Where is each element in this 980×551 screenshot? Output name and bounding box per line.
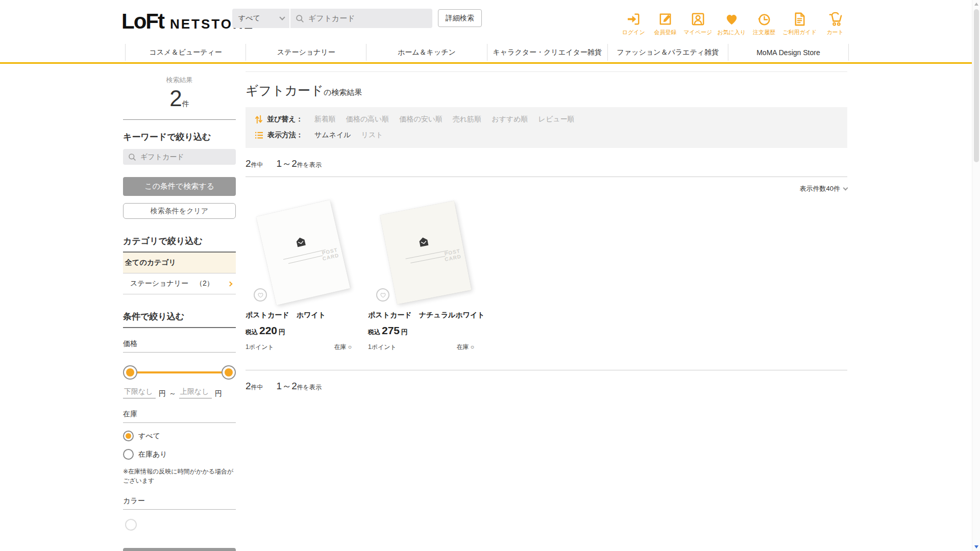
nav-item-stationery[interactable]: ステーショナリー <box>246 44 366 61</box>
result-label: 検索結果 <box>123 76 236 85</box>
cart-label: カート <box>826 29 844 36</box>
view-option-thumbnail[interactable]: サムネイル <box>314 131 351 140</box>
search-query: ギフトカード <box>308 14 355 23</box>
color-swatch-white[interactable] <box>125 519 137 531</box>
favorite-toggle-button[interactable] <box>376 288 389 302</box>
chevron-right-icon <box>228 281 233 286</box>
category-filter-heading: カテゴリで絞り込む <box>123 235 236 253</box>
count-total: 2 <box>246 158 251 169</box>
apply-filter-button-top[interactable]: この条件で検索する <box>123 177 236 196</box>
sort-option-newest[interactable]: 新着順 <box>314 115 336 124</box>
stock-status: 在庫 ○ <box>334 343 352 352</box>
cart-button[interactable]: カート <box>822 11 848 36</box>
product-image-white[interactable]: POST CARD <box>251 203 356 303</box>
sort-option-review[interactable]: レビュー順 <box>538 115 575 124</box>
login-button[interactable]: ログイン <box>620 11 647 36</box>
count-total-unit: 件中 <box>251 384 263 391</box>
category-all-row[interactable]: 全てのカテゴリ <box>123 253 236 273</box>
stock-option-instock[interactable]: 在庫あり <box>123 449 236 460</box>
product-meta: 1ポイント 在庫 ○ <box>368 343 474 352</box>
stock-option-all[interactable]: すべて <box>123 431 236 441</box>
price-slider-min-handle[interactable] <box>123 365 137 380</box>
count-range: 1～2 <box>277 381 297 391</box>
view-option-list[interactable]: リスト <box>361 131 383 140</box>
mypage-button[interactable]: マイページ <box>683 11 712 36</box>
advanced-search-button[interactable]: 詳細検索 <box>438 9 482 27</box>
header: LoFt NETSTORE すべて ギフトカード 詳細検索 ログイン 会員登録 <box>0 0 980 44</box>
nav-item-character[interactable]: キャラクター・クリエイター雑貨 <box>487 44 607 61</box>
product-price: 税込275円 <box>368 324 491 337</box>
price-input-row: 下限なし 円 ～ 上限なし 円 <box>123 386 236 398</box>
product-name[interactable]: ポストカード ナチュラルホワイト <box>368 311 491 320</box>
register-button[interactable]: 会員登録 <box>652 11 678 36</box>
filter-sidebar: 検索結果 2件 キーワードで絞り込む ギフトカード この条件で検索する 検索条件… <box>123 71 236 551</box>
stock-filter-label: 在庫 <box>123 410 236 423</box>
product-grid: POST CARD ポストカード ホワイト 税込220円 1ポイント 在庫 ○ <box>246 203 847 352</box>
radio-unselected-icon <box>123 449 134 460</box>
count-range-unit: 件を表示 <box>297 161 322 168</box>
guide-button[interactable]: ご利用ガイド <box>782 11 817 36</box>
view-mode-label: 表示方法： <box>255 131 303 140</box>
decorative-text-line <box>405 250 448 259</box>
cart-icon <box>827 11 843 27</box>
sort-option-recommended[interactable]: おすすめ順 <box>492 115 528 124</box>
favorite-toggle-button[interactable] <box>254 288 267 302</box>
price-min-field[interactable]: 下限なし <box>123 386 156 398</box>
pack-side-label: POST CARD <box>321 246 339 262</box>
price-value: 275 <box>382 324 400 336</box>
price-slider-max-handle[interactable] <box>222 365 236 380</box>
register-icon <box>657 11 673 27</box>
decorative-text-line <box>411 256 445 263</box>
search-category-select[interactable]: すべて <box>232 9 290 28</box>
tax-label: 税込 <box>368 329 380 336</box>
currency-label: 円 <box>279 328 285 336</box>
currency-label: 円 <box>401 328 408 336</box>
guide-label: ご利用ガイド <box>782 29 817 36</box>
nav-item-moma[interactable]: MoMA Design Store <box>728 44 849 61</box>
mypage-label: マイページ <box>683 29 712 36</box>
apply-filter-button-bottom[interactable]: この条件で検索する <box>123 548 236 551</box>
product-image-natural-white[interactable]: POST CARD <box>373 203 478 303</box>
category-stationery-row[interactable]: ステーショナリー （2） <box>123 273 236 294</box>
loft-netstore-page: LoFt NETSTORE すべて ギフトカード 詳細検索 ログイン 会員登録 <box>0 0 980 551</box>
count-range-unit: 件を表示 <box>297 384 322 391</box>
product-name[interactable]: ポストカード ホワイト <box>246 311 368 320</box>
price-range-slider <box>123 365 236 380</box>
price-max-field[interactable]: 上限なし <box>179 386 212 398</box>
keyword-filter-heading: キーワードで絞り込む <box>123 131 236 143</box>
header-searchbar: すべて ギフトカード <box>232 9 432 28</box>
heart-outline-icon <box>257 292 264 298</box>
pack-side-label: POST CARD <box>443 248 462 263</box>
sort-bar: 並び替え： 新着順 価格の高い順 価格の安い順 売れ筋順 おすすめ順 レビュー順… <box>246 107 847 148</box>
nav-item-cosme[interactable]: コスメ＆ビューティー <box>125 44 246 61</box>
header-icon-menu: ログイン 会員登録 マイページ お気に入り 注文履歴 ご利用ガイド <box>620 11 848 36</box>
count-total-unit: 件中 <box>251 161 263 168</box>
order-history-button[interactable]: 注文履歴 <box>751 11 777 36</box>
per-page-select[interactable]: 表示件数40件 <box>246 184 847 193</box>
scrollbar[interactable] <box>972 0 980 551</box>
nav-item-home-kitchen[interactable]: ホーム＆キッチン <box>366 44 486 61</box>
sort-option-bestseller[interactable]: 売れ筋順 <box>453 115 481 124</box>
stock-option-instock-label: 在庫あり <box>138 450 167 459</box>
sort-option-price-high[interactable]: 価格の高い順 <box>346 115 389 124</box>
per-page-value: 表示件数40件 <box>800 184 840 193</box>
heart-outline-icon <box>380 292 386 298</box>
favorites-button[interactable]: お気に入り <box>717 11 746 36</box>
scrollbar-up-arrow[interactable] <box>974 3 978 6</box>
register-label: 会員登録 <box>654 29 676 36</box>
scrollbar-down-arrow[interactable] <box>974 545 978 548</box>
results-bottom-divider <box>246 370 847 370</box>
sort-label-text: 並び替え： <box>267 115 303 124</box>
sort-row: 並び替え： 新着順 価格の高い順 価格の安い順 売れ筋順 おすすめ順 レビュー順 <box>255 115 838 124</box>
count-range: 1～2 <box>277 158 297 169</box>
search-input[interactable]: ギフトカード <box>290 9 432 28</box>
price-tilde: ～ <box>169 389 176 398</box>
clear-filter-button-top[interactable]: 検索条件をクリア <box>123 203 236 219</box>
sort-arrows-icon <box>255 115 263 124</box>
scrollbar-thumb[interactable] <box>974 9 979 162</box>
nav-item-fashion[interactable]: ファッション＆バラエティ雑貨 <box>607 44 728 61</box>
result-count-row-bottom: 2件中1～2件を表示 <box>246 380 847 399</box>
keyword-filter-input[interactable]: ギフトカード <box>123 149 236 165</box>
sort-option-price-low[interactable]: 価格の安い順 <box>399 115 443 124</box>
order-history-label: 注文履歴 <box>753 29 775 36</box>
